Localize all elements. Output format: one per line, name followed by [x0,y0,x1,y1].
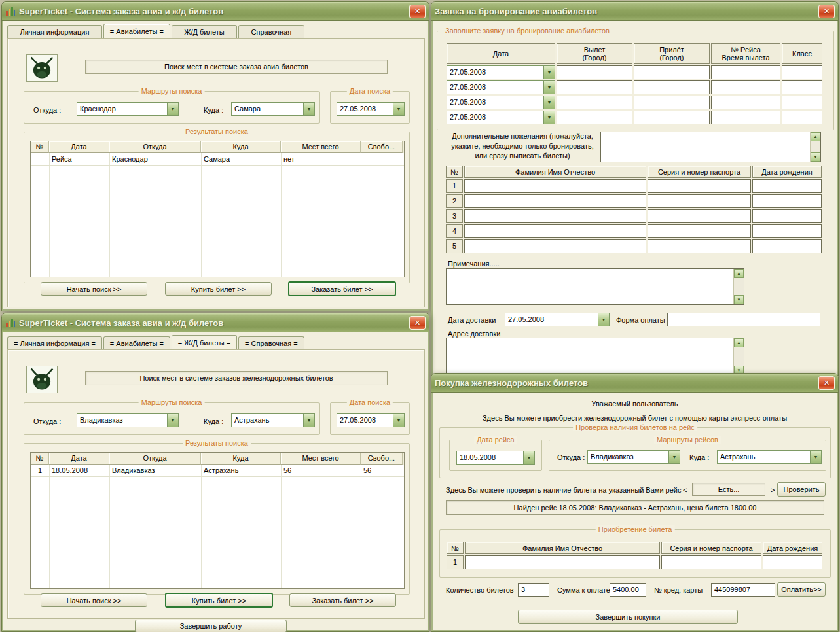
col-to[interactable]: Куда [201,141,281,153]
close-icon[interactable]: ✕ [818,5,835,18]
col-to[interactable]: Куда [201,453,281,465]
chevron-down-icon[interactable]: ▼ [303,103,314,115]
tab-rail-tickets[interactable]: = Ж/Д билеты = [172,25,237,38]
table-row[interactable]: Рейса Краснодар Самара нет [31,153,404,166]
payment-sum-input[interactable]: 5400.00 [610,583,646,597]
flight-number-input-3[interactable] [711,96,780,109]
passenger-name-input-1[interactable] [464,179,646,193]
flight-class-input-4[interactable] [782,111,822,124]
passenger-birthdate-input-1[interactable] [752,179,822,193]
flight-class-input-3[interactable] [782,96,822,109]
avia-from-select[interactable]: Краснодар ▼ [77,102,179,116]
check-button[interactable]: Проверить [777,482,826,497]
flight-class-input-2[interactable] [782,80,822,94]
tab-avia-tickets[interactable]: = Авиабилеты = [103,24,170,38]
scroll-up-icon[interactable]: ▲ [811,132,820,141]
flight-arrival-input-4[interactable] [634,111,710,124]
buyer-birthdate-input[interactable] [763,555,822,569]
chevron-down-icon[interactable]: ▼ [167,414,178,427]
passenger-passport-input-3[interactable] [648,209,751,223]
buyer-passport-input[interactable] [661,555,761,569]
notes-textarea[interactable]: ▲ ▼ [446,268,744,305]
payment-form-input[interactable] [667,313,820,326]
passenger-passport-input-4[interactable] [648,224,751,238]
avia-to-select[interactable]: Самара ▼ [231,102,315,116]
flight-date-select-2[interactable]: 27.05.2008▼ [447,80,555,94]
flight-departure-input-1[interactable] [557,65,632,79]
booking-titlebar[interactable]: Заявка на бронирование авиабилетов ✕ [431,2,838,21]
passenger-passport-input-2[interactable] [648,194,751,208]
tab-rail-tickets[interactable]: = Ж/Д билеты = [172,335,237,349]
col-seats-total[interactable]: Мест всего [281,453,361,465]
flight-arrival-input-1[interactable] [634,65,710,79]
flight-departure-input-3[interactable] [557,96,632,109]
col-from[interactable]: Откуда [109,453,201,465]
col-seats-free[interactable]: Свобо... [361,141,403,153]
passenger-birthdate-input-3[interactable] [752,209,822,223]
flight-date-select-1[interactable]: 27.05.2008▼ [447,65,555,79]
flight-number-input-2[interactable] [711,80,780,94]
passenger-name-input-2[interactable] [464,194,646,208]
scroll-up-icon[interactable]: ▲ [734,338,744,347]
finish-work-button[interactable]: Завершить работу [135,620,287,632]
flight-number-input-1[interactable] [711,65,780,79]
col-seats-free[interactable]: Свобо... [361,453,403,465]
flight-arrival-input-3[interactable] [634,96,710,109]
col-seats-total[interactable]: Мест всего [281,141,361,153]
buyer-name-input[interactable] [465,555,660,569]
scroll-down-icon[interactable]: ▼ [734,295,744,304]
flight-number-input-4[interactable] [711,111,780,124]
passenger-passport-input-5[interactable] [648,239,751,253]
chevron-down-icon[interactable]: ▼ [523,451,534,464]
table-row[interactable]: 1 18.05.2008 Владикавказ Астрахань 56 56 [31,465,404,477]
rail-titlebar[interactable]: SuperTicket - Система заказа авиа и ж/д … [2,313,429,332]
chevron-down-icon[interactable]: ▼ [393,103,404,115]
chevron-down-icon[interactable]: ▼ [598,313,609,326]
tab-avia-tickets[interactable]: = Авиабилеты = [103,336,170,349]
col-date[interactable]: Дата [49,453,109,465]
purchase-from-select[interactable]: Владикавказ ▼ [587,450,680,464]
purchase-to-select[interactable]: Астрахань ▼ [717,450,822,464]
passenger-birthdate-input-4[interactable] [752,224,822,238]
tab-reference[interactable]: = Справочная = [238,336,304,349]
avia-date-select[interactable]: 27.05.2008 ▼ [337,102,405,116]
trip-date-select[interactable]: 18.05.2008 ▼ [456,451,535,465]
tab-personal-info[interactable]: = Личная информация = [7,336,102,349]
rail-to-select[interactable]: Астрахань ▼ [231,413,315,427]
chevron-down-icon[interactable]: ▼ [167,103,178,115]
table-body[interactable]: 1 18.05.2008 Владикавказ Астрахань 56 56 [31,465,404,588]
flight-class-input-1[interactable] [782,65,822,79]
flight-departure-input-2[interactable] [557,80,632,94]
chevron-down-icon[interactable]: ▼ [543,81,555,94]
chevron-down-icon[interactable]: ▼ [303,414,314,427]
passenger-name-input-4[interactable] [464,224,646,238]
rail-date-select[interactable]: 27.05.2008 ▼ [337,413,405,427]
col-number[interactable]: № [31,141,49,153]
finish-purchases-button[interactable]: Завершить покупки [518,610,738,624]
chevron-down-icon[interactable]: ▼ [393,414,404,427]
chevron-down-icon[interactable]: ▼ [543,96,555,109]
chevron-down-icon[interactable]: ▼ [668,451,680,463]
pay-button[interactable]: Оплатить>> [777,582,826,597]
delivery-date-select[interactable]: 27.05.2008 ▼ [505,313,610,326]
flight-date-select-3[interactable]: 27.05.2008▼ [447,96,555,109]
avia-titlebar[interactable]: SuperTicket - Система заказа авиа и ж/д … [2,2,429,21]
chevron-down-icon[interactable]: ▼ [810,451,821,463]
passenger-birthdate-input-2[interactable] [752,194,822,208]
purchase-titlebar[interactable]: Покупка железнодорожных билетов ✕ [431,374,838,393]
avia-start-search-button[interactable]: Начать поиск >> [41,282,147,296]
tab-reference[interactable]: = Справочная = [238,25,304,38]
rail-order-ticket-button[interactable]: Заказать билет >> [289,593,396,607]
tab-personal-info[interactable]: = Личная информация = [7,25,102,38]
col-number[interactable]: № [31,453,49,465]
close-icon[interactable]: ✕ [409,316,426,330]
rail-buy-ticket-button[interactable]: Купить билет >> [165,593,273,608]
rail-start-search-button[interactable]: Начать поиск >> [41,593,147,607]
delivery-address-textarea[interactable]: ▲ ▼ [446,338,744,376]
close-icon[interactable]: ✕ [409,5,426,18]
flight-arrival-input-2[interactable] [634,80,710,94]
ticket-quantity-input[interactable]: 3 [518,583,549,597]
passenger-birthdate-input-5[interactable] [752,239,822,253]
flight-departure-input-4[interactable] [557,111,632,124]
close-icon[interactable]: ✕ [818,376,835,390]
